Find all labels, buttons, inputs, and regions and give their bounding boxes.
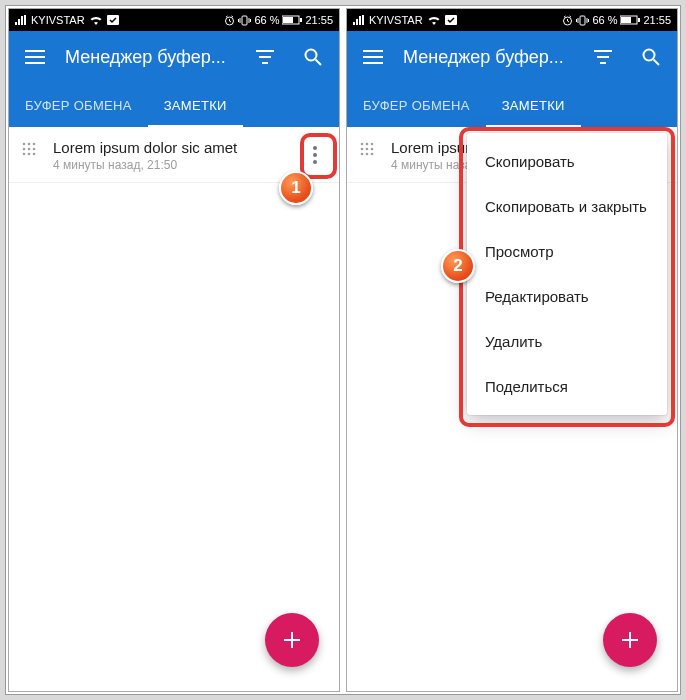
svg-point-8 (28, 143, 31, 146)
clock-label: 21:55 (643, 14, 671, 26)
svg-point-6 (306, 50, 317, 61)
svg-rect-4 (283, 17, 293, 23)
wifi-icon (427, 15, 441, 25)
vibrate-icon (576, 15, 589, 26)
svg-point-30 (366, 148, 369, 151)
svg-point-12 (33, 148, 36, 151)
sort-icon[interactable] (585, 39, 621, 75)
drag-handle-icon[interactable] (359, 141, 379, 161)
page-title: Менеджер буфер... (403, 47, 573, 68)
battery-icon (282, 15, 302, 25)
svg-point-17 (313, 153, 317, 157)
drag-handle-icon[interactable] (21, 141, 41, 161)
note-timestamp: 4 минуты назад, 21:50 (53, 158, 295, 172)
context-menu: Скопировать Скопировать и закрыть Просмо… (467, 133, 667, 415)
svg-point-33 (366, 153, 369, 156)
svg-point-26 (361, 143, 364, 146)
svg-point-25 (644, 50, 655, 61)
battery-label: 66 % (592, 14, 617, 26)
status-bar: KYIVSTAR 66 % 21:55 (9, 9, 339, 31)
svg-rect-5 (300, 18, 302, 22)
tab-notes[interactable]: ЗАМЕТКИ (148, 83, 243, 127)
svg-point-9 (33, 143, 36, 146)
search-icon[interactable] (295, 39, 331, 75)
check-icon (107, 15, 119, 25)
check-icon (445, 15, 457, 25)
status-bar: KYIVSTAR 66 % 21:55 (347, 9, 677, 31)
svg-rect-2 (242, 16, 247, 25)
phone-screenshot-left: KYIVSTAR 66 % 21:55 (8, 8, 340, 692)
note-title: Lorem ipsum dolor sic amet (53, 139, 295, 156)
hamburger-icon[interactable] (355, 39, 391, 75)
svg-point-7 (23, 143, 26, 146)
svg-point-34 (371, 153, 374, 156)
alarm-icon (562, 15, 573, 26)
carrier-label: KYIVSTAR (31, 14, 85, 26)
tab-clipboard[interactable]: БУФЕР ОБМЕНА (9, 83, 148, 127)
menu-item-view[interactable]: Просмотр (467, 229, 667, 274)
fab-add-button[interactable] (603, 613, 657, 667)
clock-label: 21:55 (305, 14, 333, 26)
svg-point-18 (313, 160, 317, 164)
svg-rect-21 (580, 16, 585, 25)
svg-rect-24 (638, 18, 640, 22)
app-bar: Менеджер буфер... (347, 31, 677, 83)
menu-item-edit[interactable]: Редактировать (467, 274, 667, 319)
battery-label: 66 % (254, 14, 279, 26)
tab-notes[interactable]: ЗАМЕТКИ (486, 83, 581, 127)
svg-point-27 (366, 143, 369, 146)
phone-screenshot-right: KYIVSTAR 66 % 21:55 (346, 8, 678, 692)
hamburger-icon[interactable] (17, 39, 53, 75)
tabs: БУФЕР ОБМЕНА ЗАМЕТКИ (9, 83, 339, 127)
menu-item-delete[interactable]: Удалить (467, 319, 667, 364)
svg-point-28 (371, 143, 374, 146)
search-icon[interactable] (633, 39, 669, 75)
tabs: БУФЕР ОБМЕНА ЗАМЕТКИ (347, 83, 677, 127)
svg-point-32 (361, 153, 364, 156)
vibrate-icon (238, 15, 251, 26)
more-button[interactable] (299, 139, 331, 171)
battery-icon (620, 15, 640, 25)
fab-add-button[interactable] (265, 613, 319, 667)
wifi-icon (89, 15, 103, 25)
menu-item-share[interactable]: Поделиться (467, 364, 667, 409)
svg-point-14 (28, 153, 31, 156)
step-number: 2 (453, 256, 462, 276)
signal-icon (353, 15, 365, 25)
svg-point-13 (23, 153, 26, 156)
svg-point-15 (33, 153, 36, 156)
page-title: Менеджер буфер... (65, 47, 235, 68)
svg-point-11 (28, 148, 31, 151)
tab-clipboard[interactable]: БУФЕР ОБМЕНА (347, 83, 486, 127)
menu-item-copy-close[interactable]: Скопировать и закрыть (467, 184, 667, 229)
carrier-label: KYIVSTAR (369, 14, 423, 26)
svg-point-10 (23, 148, 26, 151)
sort-icon[interactable] (247, 39, 283, 75)
svg-point-16 (313, 146, 317, 150)
app-bar: Менеджер буфер... (9, 31, 339, 83)
svg-rect-23 (621, 17, 631, 23)
alarm-icon (224, 15, 235, 26)
svg-point-29 (361, 148, 364, 151)
menu-item-copy[interactable]: Скопировать (467, 139, 667, 184)
list-item[interactable]: Lorem ipsum dolor sic amet 4 минуты наза… (9, 127, 339, 183)
signal-icon (15, 15, 27, 25)
svg-point-31 (371, 148, 374, 151)
